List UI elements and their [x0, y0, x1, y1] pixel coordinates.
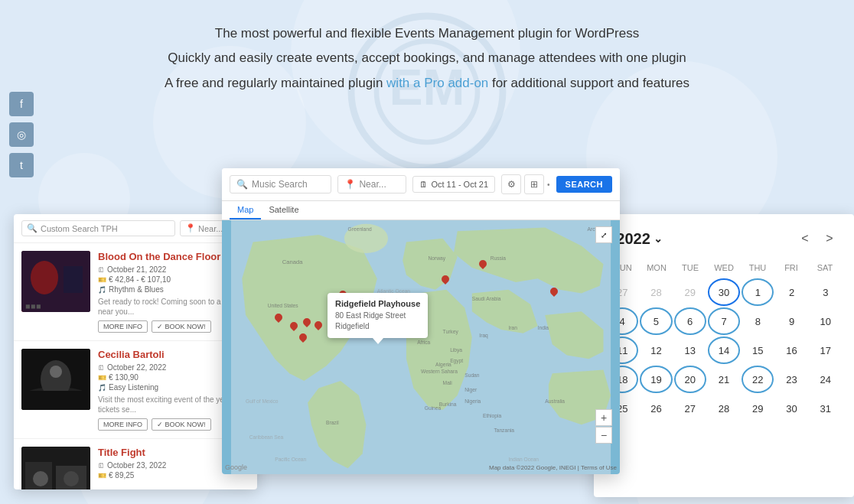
- map-grid-icon[interactable]: ⊞: [524, 174, 544, 194]
- social-bar: f ◎ t: [9, 92, 34, 177]
- calendar-day-21-3[interactable]: 21: [708, 366, 740, 393]
- svg-text:Gulf of Mexico: Gulf of Mexico: [246, 398, 279, 404]
- calendar-day-19-3[interactable]: 19: [640, 366, 672, 393]
- calendar-day-24-3[interactable]: 24: [810, 366, 842, 393]
- calendar-day-23-3[interactable]: 23: [775, 366, 807, 393]
- svg-point-16: [64, 471, 79, 486]
- calendar-day-31-4[interactable]: 31: [810, 395, 842, 422]
- header-line2: Quickly and easily create events, accept…: [0, 46, 854, 70]
- event-item-2[interactable]: Cecilia Bartoli 🗓 October 22, 2022 🎫 € 1…: [14, 341, 257, 439]
- calendar-day-27-4[interactable]: 27: [674, 395, 706, 422]
- map-zoom-in[interactable]: +: [595, 409, 612, 426]
- calendar-day-15-2[interactable]: 15: [742, 337, 774, 364]
- calendar-day-6-1[interactable]: 6: [674, 307, 706, 335]
- svg-text:Brazil: Brazil: [326, 420, 339, 425]
- event-thumb-2: [21, 349, 90, 410]
- wd-tue: TUE: [673, 260, 707, 275]
- svg-text:Caribbean Sea: Caribbean Sea: [249, 434, 284, 440]
- calendar-day-30-0[interactable]: 30: [708, 278, 740, 306]
- map-date-range[interactable]: 🗓 Oct 11 - Oct 21: [412, 176, 495, 193]
- calendar-day-30-4[interactable]: 30: [775, 395, 807, 422]
- book-now-btn-2[interactable]: ✓ BOOK NOW!: [152, 418, 211, 431]
- event-item-1[interactable]: ◼◼◼ Blood On the Dance Floor 🗓 October 2…: [14, 243, 257, 341]
- calendar-day-13-2[interactable]: 13: [674, 337, 706, 364]
- svg-rect-5: [64, 266, 83, 293]
- more-info-btn-1[interactable]: MORE INFO: [98, 320, 148, 333]
- map-filter-icon[interactable]: ⚙: [501, 174, 521, 194]
- header-line3: A free and regularly maintained plugin w…: [0, 71, 854, 96]
- twitter-icon[interactable]: t: [9, 153, 34, 177]
- svg-text:United States: United States: [268, 303, 299, 308]
- more-info-btn-2[interactable]: MORE INFO: [98, 418, 148, 431]
- svg-text:India: India: [538, 325, 549, 330]
- calendar-day-7-1[interactable]: 7: [708, 307, 740, 335]
- calendar-dropdown-icon[interactable]: ⌄: [654, 232, 663, 245]
- popup-address: 80 East Ridge Street Ridgefield: [335, 311, 420, 332]
- calendar-day-8-1[interactable]: 8: [742, 307, 774, 335]
- map-near-placeholder: Near...: [359, 179, 386, 190]
- map-pin-west4: [314, 321, 323, 333]
- calendar-day-5-1[interactable]: 5: [640, 307, 672, 335]
- map-tab-satellite[interactable]: Satellite: [261, 201, 306, 219]
- map-pin-west1: [274, 314, 283, 326]
- search-icon: 🔍: [27, 223, 37, 233]
- map-pin-norway: [478, 260, 487, 272]
- svg-text:Norway: Norway: [429, 255, 446, 262]
- music-icon-1: 🎵: [98, 286, 106, 294]
- map-search-icon: 🔍: [236, 179, 248, 190]
- calendar-day-29-0[interactable]: 29: [674, 278, 706, 306]
- calendar-day-22-3[interactable]: 22: [742, 366, 774, 393]
- event-list-header: 🔍 Custom Search TPH 📍 Near... Bel: [14, 214, 257, 243]
- map-search-button[interactable]: SEARCH: [556, 176, 612, 193]
- svg-text:Algeria: Algeria: [435, 362, 451, 368]
- map-fullscreen-btn[interactable]: ⤢: [595, 226, 612, 243]
- calendar-day-28-0[interactable]: 28: [640, 278, 672, 306]
- map-pin-europe1: [441, 275, 450, 288]
- svg-text:Ethiopia: Ethiopia: [483, 413, 501, 419]
- popup-title: Ridgefield Playhouse: [335, 299, 420, 308]
- calendar-day-26-4[interactable]: 26: [640, 395, 672, 422]
- svg-text:Saudi Arabia: Saudi Arabia: [472, 296, 501, 301]
- calendar-next-btn[interactable]: >: [817, 226, 842, 251]
- calendar-day-28-4[interactable]: 28: [708, 395, 740, 422]
- calendar-day-20-3[interactable]: 20: [674, 366, 706, 393]
- calendar-day-10-1[interactable]: 10: [810, 307, 842, 335]
- location-icon: 📍: [185, 223, 196, 233]
- calendar-day-16-2[interactable]: 16: [775, 337, 807, 364]
- svg-text:Russia: Russia: [491, 255, 507, 261]
- map-zoom-out[interactable]: −: [595, 427, 612, 444]
- svg-text:Pacific Ocean: Pacific Ocean: [275, 457, 306, 462]
- calendar-day-12-2[interactable]: 12: [640, 337, 672, 364]
- rss-icon[interactable]: ◎: [9, 122, 34, 147]
- calendar-day-3-0[interactable]: 3: [810, 278, 842, 306]
- calendar-day-17-2[interactable]: 17: [810, 337, 842, 364]
- map-google-logo: Google: [225, 463, 247, 471]
- calendar-day-14-2[interactable]: 14: [708, 337, 740, 364]
- facebook-icon[interactable]: f: [9, 92, 34, 116]
- map-tab-map[interactable]: Map: [230, 201, 261, 219]
- popup-tail: [373, 338, 383, 344]
- world-map-svg: Canada United States Brazil Africa Russi…: [222, 220, 620, 474]
- svg-text:Western Sahara: Western Sahara: [421, 369, 458, 374]
- svg-text:Iran: Iran: [508, 325, 517, 330]
- pro-addon-link[interactable]: with a Pro add-on: [386, 76, 488, 90]
- event-near-placeholder: Near...: [198, 224, 223, 233]
- svg-point-15: [33, 471, 48, 486]
- svg-text:◼◼◼: ◼◼◼: [25, 303, 41, 310]
- map-toolbar: 🔍 Music Search 📍 Near... 🗓 Oct 11 - Oct …: [222, 168, 620, 201]
- calendar-day-1-0[interactable]: 1: [742, 278, 774, 306]
- calendar-prev-btn[interactable]: <: [793, 226, 817, 251]
- calendar-day-2-0[interactable]: 2: [775, 278, 807, 306]
- svg-text:Iraq: Iraq: [479, 333, 488, 339]
- svg-text:Mali: Mali: [443, 380, 453, 385]
- event-item-3[interactable]: Title Fight 🗓 October 23, 2022 🎫 € 89,25: [14, 439, 257, 489]
- map-search-placeholder: Music Search: [252, 179, 308, 190]
- calendar-day-9-1[interactable]: 9: [775, 307, 807, 335]
- calendar-day-29-4[interactable]: 29: [742, 395, 774, 422]
- event-near-bar[interactable]: 📍 Near...: [180, 220, 226, 236]
- map-search-bar[interactable]: 🔍 Music Search: [230, 175, 331, 193]
- map-pin-asia1: [549, 288, 559, 300]
- book-now-btn-1[interactable]: ✓ BOOK NOW!: [152, 320, 211, 333]
- event-search-bar[interactable]: 🔍 Custom Search TPH: [21, 220, 175, 236]
- map-near-bar[interactable]: 📍 Near...: [337, 175, 406, 193]
